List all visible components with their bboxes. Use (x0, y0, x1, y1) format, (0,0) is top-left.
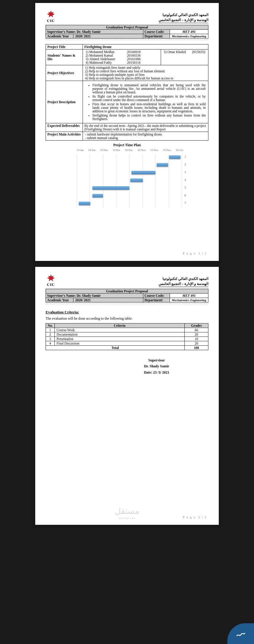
project-title: Firefighting Drone (83, 44, 208, 50)
description-label: Project Description (46, 81, 83, 123)
maple-leaf-icon (46, 273, 56, 282)
sig-title: Supervisor (105, 357, 208, 363)
col-no: No. (46, 323, 55, 328)
student-1: 1) Mohamed Medhat (86, 50, 125, 54)
course-code-label: Course Code: (143, 30, 170, 34)
institute-name-arabic: المعهد الكندي العالي لتكنولوجيا الهندسة … (159, 12, 208, 23)
students-group-1: 1) Mohamed Medhat 2) Mohamed Kamal 3) Ah… (83, 50, 161, 65)
page-1: CIC المعهد الكندي العالي لتكنولوجيا الهن… (35, 3, 219, 261)
arabic-line-2: الهندسة و الإدارة – التجمع الخامس (159, 17, 208, 23)
sig-name: Dr. Shady Samir (105, 363, 208, 369)
chart-x-labels: 14-Jan 04-Jan 25-Dec 15-Dec 05-Dec 25-No… (77, 149, 183, 152)
maple-leaf-icon (46, 9, 56, 18)
evaluation-text: The evaluation will be done according to… (46, 316, 208, 321)
sig-date: Date: 23 /3/ 2021 (105, 369, 208, 375)
student-2: 2) Mohamed Kamal (86, 54, 125, 57)
logo-text: CIC (47, 18, 55, 23)
eval-row-4: 4Final Discussion20 (46, 341, 208, 346)
activities-label: Project Main Activities (46, 132, 83, 141)
student-id-5: 20150352 (192, 50, 205, 54)
deliverables-label: Expected Deliverables (46, 123, 83, 132)
student-3: 3) Ahmed Abdelnaser (86, 57, 125, 61)
student-4: 4) Mahmoud Fathy (86, 61, 125, 64)
watermark-sub: mostaql.com (118, 517, 135, 519)
students-label: Students' Names & IDs (46, 50, 83, 65)
project-title-label: Project Title (46, 44, 83, 50)
student-id-4: 20150116 (127, 61, 141, 64)
objectives: 1) Help extinguish fires faster and safe… (83, 65, 208, 81)
student-id-1: 20160918 (127, 50, 141, 54)
watermark: مستقل (115, 506, 139, 516)
header-2: CIC المعهد الكندي العالي لتكنولوجيا الهن… (46, 273, 208, 287)
separator (46, 40, 208, 40)
eval-row-1: 1Course-Work60 (46, 328, 208, 332)
course-code: MET 491 (170, 30, 208, 34)
gantt-chart: 14-Jan 04-Jan 25-Dec 15-Dec 05-Dec 25-No… (68, 149, 186, 211)
logo-text-2: CIC (47, 282, 55, 287)
department: Mechatronics Engineering (170, 34, 208, 39)
activities: - submit hardware implementation for fir… (83, 132, 208, 141)
student-id-3: 20161006 (127, 57, 141, 61)
student-5: 5) Omar Khaled (164, 50, 189, 54)
supervisor-label: Supervisor's Name: Dr. Shady Samir (46, 30, 143, 34)
col-criteria: Criteria (54, 323, 184, 328)
proposal-title: Graduation Project Proposal (46, 25, 208, 30)
eval-total-row: Total100 (46, 346, 208, 350)
chart-body: 1 2 3 4 5 6 7 (77, 154, 182, 208)
eval-row-3: 3Presentation10 (46, 337, 208, 341)
description: Firefighting drone is unmanned aerial ve… (83, 81, 208, 123)
page-number-1: P a g e 1 | 2 (183, 251, 207, 255)
logo: CIC (46, 9, 56, 23)
academic-year-row: Academic Year 2020/ 2021 (46, 34, 143, 39)
page-number-2: P a g e 2 | 2 (183, 515, 207, 519)
page-2: CIC المعهد الكندي العالي لتكنولوجيا الهن… (35, 267, 219, 525)
department-label: Department: (143, 34, 170, 39)
logo-2: CIC (46, 273, 56, 287)
signature-block: Supervisor Dr. Shady Samir Date: 23 /3/ … (105, 357, 208, 375)
deliverables: By the end of the second term –Spring 20… (83, 123, 208, 132)
col-grades: Grades (185, 323, 208, 328)
evaluation-heading: Evaluation Criteria: (46, 310, 208, 315)
timeplan-title: Project Time Plan (46, 143, 208, 147)
institute-name-arabic-2: المعهد الكندي العالي لتكنولوجيا الهندسة … (159, 276, 208, 287)
eval-row-2: 2Documentation20 (46, 332, 208, 337)
objectives-label: Project Objectives (46, 65, 83, 81)
header-table-2: Graduation Project Proposal Supervisor's… (46, 289, 208, 302)
evaluation-table: No. Criteria Grades 1Course-Work60 2Docu… (46, 323, 208, 350)
header: CIC المعهد الكندي العالي لتكنولوجيا الهن… (46, 9, 208, 23)
header-table: Graduation Project Proposal Supervisor's… (46, 25, 208, 39)
students-group-2: 5) Omar Khaled 20150352 (161, 50, 208, 65)
arabic-line-1: المعهد الكندي العالي لتكنولوجيا (159, 12, 208, 17)
student-id-2: 20160336 (127, 54, 141, 57)
project-table: Project Title Firefighting Drone Student… (46, 44, 208, 141)
